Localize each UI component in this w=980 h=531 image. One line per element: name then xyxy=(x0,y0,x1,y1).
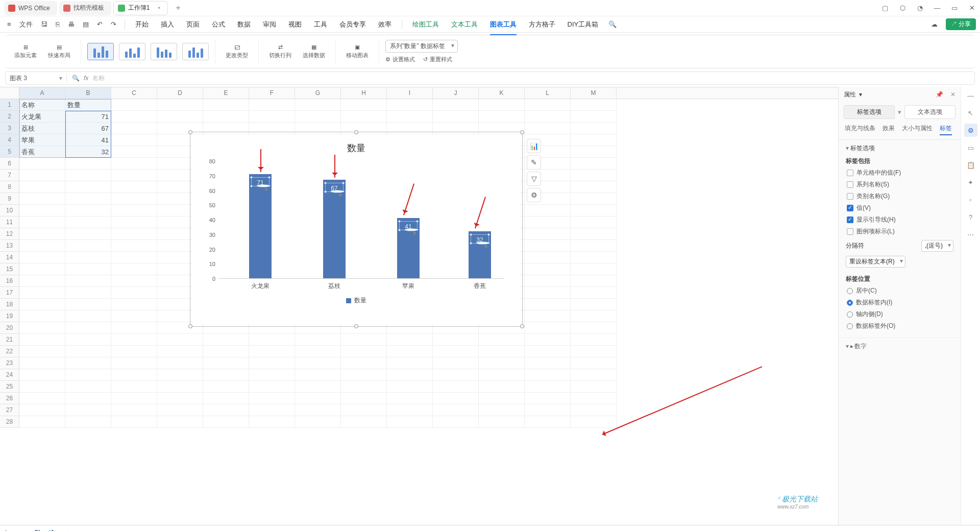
cell[interactable] xyxy=(203,99,249,111)
cell[interactable] xyxy=(525,346,571,357)
row-header[interactable]: 15 xyxy=(0,263,19,275)
separator-dropdown[interactable]: ,(逗号) xyxy=(921,240,953,252)
column-header[interactable]: L xyxy=(525,87,571,99)
cell[interactable] xyxy=(203,357,249,369)
column-header[interactable]: B xyxy=(65,87,111,99)
collapse-icon[interactable]: — xyxy=(964,89,977,102)
reset-style-button[interactable]: ↺ 重置样式 xyxy=(423,56,452,63)
radio-inside-end[interactable] xyxy=(847,300,853,306)
cell[interactable] xyxy=(65,369,111,381)
cell[interactable] xyxy=(65,240,111,252)
cell[interactable] xyxy=(479,381,525,393)
cell[interactable] xyxy=(525,287,571,299)
cell[interactable] xyxy=(525,310,571,322)
chart-bar[interactable]: 32 xyxy=(469,231,491,278)
cell[interactable] xyxy=(65,393,111,404)
cell[interactable] xyxy=(479,393,525,404)
cell[interactable] xyxy=(525,228,571,240)
cell[interactable] xyxy=(203,369,249,381)
cell[interactable] xyxy=(111,404,157,416)
cell[interactable] xyxy=(433,404,479,416)
cell[interactable] xyxy=(571,158,617,170)
column-header[interactable]: C xyxy=(111,87,157,99)
row-header[interactable]: 18 xyxy=(0,299,19,310)
cell[interactable] xyxy=(387,416,433,428)
cell[interactable] xyxy=(295,404,341,416)
cell[interactable] xyxy=(19,334,65,346)
cell[interactable] xyxy=(203,404,249,416)
cell[interactable]: 数量 xyxy=(65,99,111,111)
row-header[interactable]: 6 xyxy=(0,158,19,170)
cell[interactable] xyxy=(19,181,65,193)
tab-draw-tools[interactable]: 绘图工具 xyxy=(407,17,444,32)
app-tab-workbook[interactable]: 工作簿1• xyxy=(113,1,168,15)
radio-outside-end[interactable] xyxy=(847,323,853,329)
cell[interactable] xyxy=(433,111,479,123)
cell[interactable] xyxy=(341,99,387,111)
cell[interactable] xyxy=(571,357,617,369)
cell[interactable] xyxy=(387,99,433,111)
app-tab-wps[interactable]: WPS Office xyxy=(4,1,57,15)
row-header[interactable]: 9 xyxy=(0,193,19,205)
cell[interactable] xyxy=(157,416,203,428)
cell[interactable] xyxy=(19,216,65,228)
chart-style-3[interactable] xyxy=(151,43,177,60)
row-header[interactable]: 11 xyxy=(0,216,19,228)
cell[interactable]: 名称 xyxy=(19,99,65,111)
set-format-button[interactable]: ⚙ 设置格式 xyxy=(385,56,415,63)
cell[interactable] xyxy=(19,322,65,334)
cell[interactable] xyxy=(571,170,617,181)
cell[interactable] xyxy=(525,111,571,123)
cell[interactable] xyxy=(571,275,617,287)
cell[interactable] xyxy=(295,99,341,111)
tab-review[interactable]: 审阅 xyxy=(258,17,281,32)
change-type-button[interactable]: 🗠更改类型 xyxy=(222,44,252,59)
cell[interactable] xyxy=(19,228,65,240)
cell[interactable] xyxy=(19,287,65,299)
preview-icon[interactable]: ▤ xyxy=(80,18,92,30)
cell[interactable] xyxy=(525,404,571,416)
column-header[interactable]: A xyxy=(19,87,65,99)
cell[interactable] xyxy=(111,275,157,287)
tab-chart-tools[interactable]: 图表工具 xyxy=(485,17,522,32)
layers-icon[interactable]: ▭ xyxy=(964,141,977,154)
cell[interactable] xyxy=(65,216,111,228)
cell[interactable] xyxy=(65,322,111,334)
cell[interactable] xyxy=(157,334,203,346)
checkbox-legend-key[interactable] xyxy=(847,228,853,235)
cell[interactable] xyxy=(157,346,203,357)
cell[interactable] xyxy=(203,393,249,404)
row-header[interactable]: 12 xyxy=(0,228,19,240)
cell[interactable] xyxy=(65,357,111,369)
cell[interactable] xyxy=(571,369,617,381)
cell[interactable] xyxy=(111,393,157,404)
cell[interactable] xyxy=(479,416,525,428)
cell[interactable] xyxy=(525,123,571,134)
cell[interactable] xyxy=(65,381,111,393)
chart-filter-button[interactable]: ▽ xyxy=(527,172,541,186)
cell[interactable]: 67 xyxy=(65,123,111,134)
subtab-size[interactable]: 大小与属性 xyxy=(902,124,933,135)
row-header[interactable]: 21 xyxy=(0,334,19,346)
cell[interactable] xyxy=(249,369,295,381)
prev-sheet-icon[interactable]: ◂ xyxy=(14,529,17,532)
row-header[interactable]: 5 xyxy=(0,146,19,158)
cell[interactable] xyxy=(19,310,65,322)
section-label-options[interactable]: 标签选项 xyxy=(846,144,953,153)
tab-view[interactable]: 视图 xyxy=(283,17,307,32)
clipboard-icon[interactable]: 📋 xyxy=(964,158,977,172)
column-header[interactable]: J xyxy=(433,87,479,99)
row-header[interactable]: 22 xyxy=(0,346,19,357)
cell[interactable] xyxy=(571,205,617,216)
cell[interactable] xyxy=(65,416,111,428)
share-button[interactable]: ↗ 分享 xyxy=(946,18,976,30)
export-icon[interactable]: ⎘ xyxy=(53,18,63,30)
pin-icon[interactable]: 📌 xyxy=(936,91,943,98)
cell[interactable] xyxy=(571,416,617,428)
cell[interactable] xyxy=(249,99,295,111)
cell[interactable] xyxy=(525,299,571,310)
cell[interactable] xyxy=(341,404,387,416)
cell[interactable] xyxy=(525,216,571,228)
cell[interactable] xyxy=(111,287,157,299)
cell[interactable] xyxy=(65,252,111,263)
